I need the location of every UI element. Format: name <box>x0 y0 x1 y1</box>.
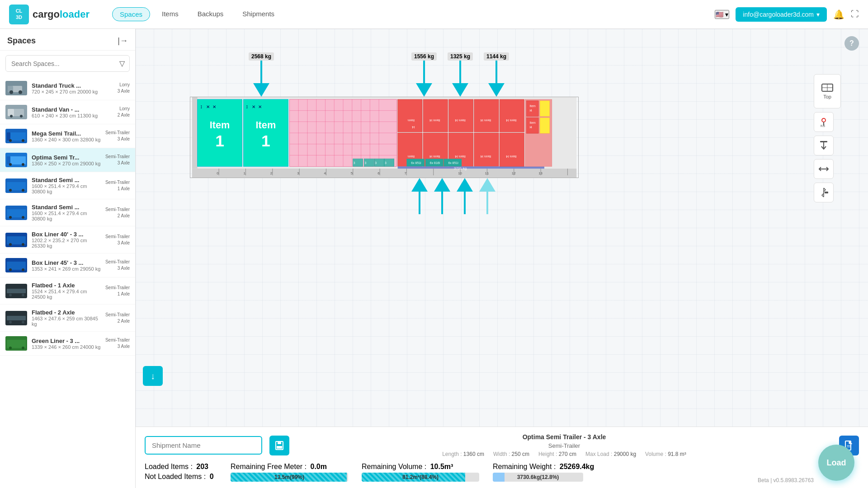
list-item[interactable]: Box Liner 40' - 3 ... 1202.2 × 235.2 × 2… <box>0 226 135 253</box>
svg-text:6x 851l: 6x 851l <box>411 161 421 164</box>
flag-icon: 🇺🇸 <box>716 11 723 18</box>
canvas-viewport[interactable]: ? Top KG <box>136 29 868 427</box>
top-view-button[interactable]: Top <box>814 74 841 108</box>
space-name: Box Liner 40' - 3 ... <box>32 231 101 238</box>
svg-text:Item: Item <box>256 119 276 131</box>
svg-text:13: 13 <box>538 171 542 175</box>
main-nav: Spaces Items Backups Shipments <box>112 7 282 21</box>
svg-text:Item: Item <box>210 119 230 131</box>
help-button[interactable]: ? <box>844 36 859 51</box>
nav-backups[interactable]: Backups <box>190 7 231 21</box>
loaded-items-value: 203 <box>196 463 208 470</box>
fullscreen-button[interactable]: ⛶ <box>851 9 859 19</box>
save-button[interactable] <box>269 436 289 455</box>
right-tools: Top KG <box>814 74 841 202</box>
shipment-name-input[interactable] <box>145 436 262 455</box>
nav-spaces[interactable]: Spaces <box>112 7 150 21</box>
svg-text:1: 1 <box>244 171 246 175</box>
space-info: Standard Van - ... 610 × 240 × 230 cm 11… <box>32 106 113 118</box>
svg-point-27 <box>22 268 24 271</box>
space-name: Green Liner - 3 ... <box>32 338 101 344</box>
weight-label-3: 1325 kg <box>448 52 473 61</box>
svg-text:11: 11 <box>485 171 489 175</box>
space-dims: 1600 × 251.4 × 279.4 cm 30800 kg <box>32 183 101 194</box>
volume-block: Remaining Volume : 10.5m³ 81.2m²(88.4%) <box>362 463 479 482</box>
space-name: Flatbed - 2 Axle <box>32 309 101 316</box>
svg-text:6x 816l: 6x 816l <box>430 161 440 164</box>
header-right: 🇺🇸 ▾ info@cargoloader3d.com ▾ 🔔 ⛶ <box>715 7 859 22</box>
arrow-down-tool-button[interactable] <box>814 136 834 155</box>
svg-rect-145 <box>540 117 550 133</box>
svg-point-3 <box>19 90 22 94</box>
bottom-arrow-1 <box>411 178 428 214</box>
space-type-badge: Semi-Trailer 3 Axle <box>105 234 130 246</box>
loaded-items-label: Loaded Items : 203 <box>145 463 217 471</box>
list-item[interactable]: Standard Semi ... 1600 × 251.4 × 279.4 c… <box>0 199 135 226</box>
weight-tool-button[interactable]: KG <box>814 112 834 132</box>
svg-text:1: 1 <box>261 132 270 150</box>
account-dropdown-icon: ▾ <box>816 11 820 18</box>
load-button[interactable]: Load <box>818 445 854 481</box>
filter-button[interactable]: ▽ <box>115 56 129 71</box>
space-info: Box Liner 45' - 3 ... 1353 × 241 × 269 c… <box>32 259 101 272</box>
space-thumbnail <box>5 178 27 193</box>
download-arrow-button[interactable]: ↓ <box>143 366 163 386</box>
scroll-down-button[interactable]: ↓ <box>143 366 163 386</box>
volume-value: 10.5m³ <box>430 463 453 470</box>
svg-text:Item l4: Item l4 <box>480 155 491 159</box>
svg-text:7: 7 <box>405 171 406 175</box>
volume-progress-bar: 81.2m²(88.4%) <box>362 473 479 482</box>
list-item[interactable]: Standard Truck ... 720 × 245 × 270 cm 20… <box>0 76 135 100</box>
svg-point-2 <box>9 90 13 94</box>
user-account-button[interactable]: info@cargoloader3d.com ▾ <box>736 7 827 22</box>
space-thumbnail <box>5 284 27 298</box>
language-selector[interactable]: 🇺🇸 ▾ <box>715 10 729 19</box>
space-dims: 1360 × 240 × 300 cm 32800 kg <box>32 137 101 142</box>
list-item[interactable]: Flatbed - 1 Axle 1524 × 251.4 × 279.4 cm… <box>0 277 135 305</box>
svg-text:✕: ✕ <box>258 104 262 109</box>
svg-point-26 <box>9 268 12 271</box>
space-type-badge: Semi-Trailer 1 Axle <box>105 179 130 192</box>
svg-text:5: 5 <box>351 171 353 175</box>
weight-progress-bar: 3730.6kg(12.8%) <box>493 473 583 482</box>
spec-height: Height : 270 cm <box>538 451 576 457</box>
svg-rect-141 <box>526 117 538 133</box>
bottom-panel: Optima Semi Trailer - 3 Axle Semi-Traile… <box>136 427 868 488</box>
svg-point-20 <box>9 216 12 219</box>
svg-point-35 <box>9 347 12 349</box>
nav-items[interactable]: Items <box>155 7 186 21</box>
move-tool-button[interactable] <box>814 183 834 202</box>
search-input[interactable] <box>6 56 115 71</box>
list-item[interactable]: Box Liner 45' - 3 ... 1353 × 241 × 269 c… <box>0 253 135 277</box>
svg-text:↕: ↕ <box>200 103 203 110</box>
logo-brand: cargoloader <box>33 9 90 20</box>
vehicle-name: Optima Semi Trailer - 3 Axle <box>297 433 832 441</box>
resize-tool-button[interactable] <box>814 159 834 179</box>
bottom-arrow-3 <box>457 178 473 214</box>
svg-rect-133 <box>398 166 544 169</box>
svg-rect-76 <box>192 97 198 169</box>
list-item[interactable]: Optima Semi Tr... 1360 × 250 × 270 cm 29… <box>0 148 135 172</box>
notifications-button[interactable]: 🔔 <box>833 9 844 20</box>
sidebar-collapse-button[interactable]: |→ <box>118 36 128 46</box>
list-item[interactable]: Standard Semi ... 1600 × 251.4 × 279.4 c… <box>0 172 135 199</box>
svg-text:1: 1 <box>215 132 224 150</box>
svg-text:l4: l4 <box>529 126 532 129</box>
svg-text:Item l4: Item l4 <box>429 118 440 122</box>
space-dims: 1600 × 251.4 × 279.4 cm 30800 kg <box>32 211 101 221</box>
svg-text:Item: Item <box>407 155 415 159</box>
vehicle-specs: Length : 1360 cm Width : 250 cm Height :… <box>297 451 832 457</box>
svg-text:Item l4: Item l4 <box>429 155 440 159</box>
list-item[interactable]: Green Liner - 3 ... 1339 × 246 × 260 cm … <box>0 332 135 356</box>
svg-text:3: 3 <box>297 171 299 175</box>
svg-text:Item l4: Item l4 <box>455 118 466 122</box>
list-item[interactable]: Standard Van - ... 610 × 240 × 230 cm 11… <box>0 100 135 124</box>
space-dims: 1353 × 241 × 269 cm 29050 kg <box>32 266 101 272</box>
nav-shipments[interactable]: Shipments <box>235 7 282 21</box>
list-item[interactable]: Flatbed - 2 Axle 1463 × 247.6 × 259 cm 3… <box>0 305 135 332</box>
svg-text:Item: Item <box>529 121 536 124</box>
svg-point-7 <box>20 115 23 117</box>
list-item[interactable]: Mega Semi Trail... 1360 × 240 × 300 cm 3… <box>0 124 135 148</box>
space-info: Standard Semi ... 1600 × 251.4 × 279.4 c… <box>32 204 101 221</box>
svg-text:0: 0 <box>217 171 219 175</box>
